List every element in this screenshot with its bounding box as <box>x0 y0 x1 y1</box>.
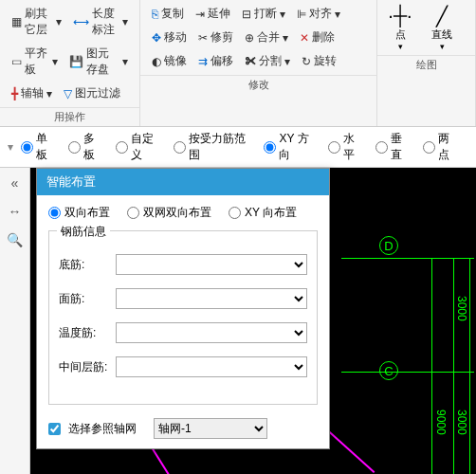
panel-icon: ▭ <box>11 55 22 68</box>
copy-icon: ⎘ <box>152 8 158 21</box>
radio-single[interactable]: 单板 <box>21 131 57 163</box>
yuan-filter-button[interactable]: ▽图元过滤 <box>58 83 126 103</box>
layout-mode-group: 双向布置 双网双向布置 XY 向布置 <box>48 205 318 221</box>
axis-icon: ╋ <box>11 87 18 100</box>
temp-rebar-select[interactable] <box>116 322 307 343</box>
line-icon: ╱ <box>429 4 455 27</box>
middle-rebar-label: 中间层筋: <box>59 359 116 375</box>
axis-label-c: C <box>379 361 398 380</box>
filter-icon: ▽ <box>64 87 72 100</box>
trim-icon: ✂ <box>198 31 208 45</box>
opt-xy-layout[interactable]: XY 向布置 <box>229 205 297 221</box>
length-dim-button[interactable]: ⟷长度标注 ▾ <box>67 4 134 40</box>
group-draw-label: 绘图 <box>377 55 475 74</box>
bottom-rebar-select[interactable] <box>116 254 307 275</box>
layers-icon: ▦ <box>11 15 22 28</box>
ref-axis-label: 选择参照轴网 <box>68 421 137 437</box>
group-modify-label: 修改 <box>140 75 376 94</box>
mirror-button[interactable]: ◐镜像 <box>146 51 192 71</box>
save-icon: 💾 <box>69 55 83 68</box>
dialog-title: 智能布置 <box>37 169 329 195</box>
rotate-icon: ↻ <box>302 55 311 68</box>
dim-3000-2: 3000 <box>455 410 468 435</box>
align-icon: ⊫ <box>297 8 306 21</box>
axis-tool-button[interactable]: ╋辅轴 ▾ <box>6 83 58 103</box>
line-button[interactable]: ╱ 直线 ▾ <box>421 2 463 53</box>
break-button[interactable]: ⊟打断 ▾ <box>236 4 291 24</box>
radio-by-force[interactable]: 按受力筋范围 <box>174 131 252 163</box>
point-icon: ·┼· <box>387 4 413 27</box>
move-icon: ✥ <box>152 31 161 45</box>
opt-dual-net[interactable]: 双网双向布置 <box>127 205 211 221</box>
extend-button[interactable]: ⇥延伸 <box>190 4 236 24</box>
workspace: « ↔ 🔍 D C B 3000 3000 9000 智能布置 双向布置 双网双… <box>0 168 476 474</box>
rotate-button[interactable]: ↻旋转 <box>296 51 342 71</box>
radio-two-pt[interactable]: 两点 <box>423 131 459 163</box>
temp-rebar-label: 温度筋: <box>59 325 116 341</box>
bar-dropdown-icon[interactable]: ▾ <box>8 140 13 154</box>
align-button[interactable]: ⊫对齐 ▾ <box>291 4 346 24</box>
flat-panel-button[interactable]: ▭平齐板 ▾ <box>6 44 64 80</box>
copy-button[interactable]: ⎘复制 <box>146 4 190 24</box>
radio-xy[interactable]: XY 方向 <box>264 131 317 163</box>
trim-button[interactable]: ✂修剪 <box>192 27 239 47</box>
dim-9000: 9000 <box>434 410 448 435</box>
tool-search[interactable]: 🔍 <box>4 228 27 251</box>
top-rebar-label: 面筋: <box>59 291 116 307</box>
top-rebar-select[interactable] <box>116 288 307 309</box>
tool-collapse[interactable]: « <box>4 172 27 194</box>
group-operation-label: 用操作 <box>0 107 139 126</box>
smart-layout-dialog: 智能布置 双向布置 双网双向布置 XY 向布置 钢筋信息 底筋: 面筋: 温度筋… <box>36 168 330 449</box>
bottom-rebar-label: 底筋: <box>59 257 116 273</box>
tool-nav[interactable]: ↔ <box>4 200 27 223</box>
axis-label-d: D <box>379 236 398 255</box>
delete-icon: ✕ <box>300 31 309 45</box>
offset-button[interactable]: ⇉偏移 <box>192 51 239 71</box>
radio-horiz[interactable]: 水平 <box>328 131 364 163</box>
delete-button[interactable]: ✕删除 <box>294 27 340 47</box>
merge-icon: ⊕ <box>245 31 254 45</box>
extend-icon: ⇥ <box>195 8 205 21</box>
other-layers-button[interactable]: ▦刷其它层 ▾ <box>6 4 67 40</box>
radio-vert[interactable]: 垂直 <box>375 131 412 163</box>
break-icon: ⊟ <box>242 8 251 21</box>
ribbon: ▦刷其它层 ▾ ⟷长度标注 ▾ ▭平齐板 ▾ 💾图元存盘 ▾ ╋辅轴 ▾ ▽图元… <box>0 0 476 127</box>
dim-3000-1: 3000 <box>455 296 468 321</box>
split-icon: ✀ <box>245 55 256 68</box>
radio-custom[interactable]: 自定义 <box>116 131 162 163</box>
opt-bidirectional[interactable]: 双向布置 <box>48 205 110 221</box>
merge-button[interactable]: ⊕合并 ▾ <box>239 27 294 47</box>
point-button[interactable]: ·┼· 点 ▾ <box>379 2 421 53</box>
fieldset-legend: 钢筋信息 <box>57 224 110 240</box>
mirror-icon: ◐ <box>152 55 161 68</box>
left-toolbar: « ↔ 🔍 <box>0 168 30 474</box>
dim-icon: ⟷ <box>73 15 89 28</box>
yuan-store-button[interactable]: 💾图元存盘 ▾ <box>64 44 134 80</box>
move-button[interactable]: ✥移动 <box>146 27 192 47</box>
rebar-info-fieldset: 钢筋信息 底筋: 面筋: 温度筋: 中间层筋: <box>48 230 318 405</box>
mode-radio-bar: ▾ 单板 多板 自定义 按受力筋范围 XY 方向 水平 垂直 两点 <box>0 127 476 168</box>
radio-multi[interactable]: 多板 <box>68 131 104 163</box>
split-button[interactable]: ✀分割 ▾ <box>239 51 296 71</box>
ref-axis-checkbox[interactable] <box>48 423 61 435</box>
offset-icon: ⇉ <box>198 55 208 68</box>
middle-rebar-select[interactable] <box>116 356 307 377</box>
axis-select[interactable]: 轴网-1 <box>154 418 267 439</box>
